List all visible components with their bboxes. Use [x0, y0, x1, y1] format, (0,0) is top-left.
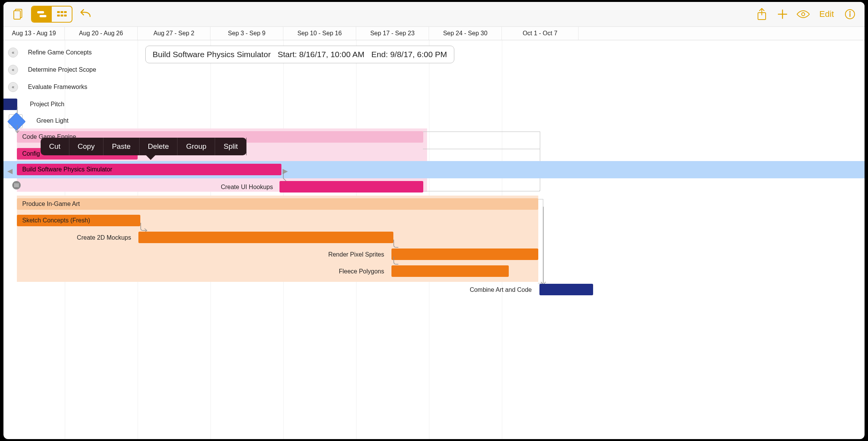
- svg-rect-4: [57, 11, 60, 13]
- dependency-arrow-icon: [539, 207, 548, 291]
- svg-rect-3: [39, 15, 46, 17]
- task-bar-hookups[interactable]: [279, 181, 423, 193]
- add-icon[interactable]: [775, 6, 790, 22]
- task-bar-sketch[interactable]: Sketch Concepts (Fresh): [17, 215, 140, 226]
- task-bar-mockups[interactable]: [138, 232, 393, 243]
- week-col: Aug 27 - Sep 2: [138, 27, 210, 40]
- svg-rect-1: [14, 11, 20, 19]
- info-end: End: 9/8/17, 6:00 PM: [372, 50, 447, 59]
- task-label: Create UI Hookups: [157, 178, 278, 196]
- view-gantt-icon[interactable]: [32, 7, 52, 22]
- eye-icon[interactable]: [796, 6, 811, 22]
- task-bar-simulator[interactable]: Build Software Physics Simulator: [17, 164, 281, 175]
- info-start: Start: 8/16/17, 10:00 AM: [278, 50, 364, 59]
- week-col: Sep 3 - Sep 9: [210, 27, 283, 40]
- collapse-chevron-icon[interactable]: «: [8, 65, 18, 75]
- menu-group[interactable]: Group: [178, 138, 215, 155]
- row-sketch[interactable]: Sketch Concepts (Fresh): [3, 212, 865, 229]
- app-window: Edit Aug 13 - Aug 19 Aug 20 - Aug 26 Aug…: [3, 2, 865, 439]
- collapse-chevron-icon[interactable]: «: [8, 82, 18, 92]
- svg-rect-5: [61, 11, 63, 13]
- dependency-arrow-icon: [15, 107, 26, 133]
- row-polygons[interactable]: Fleece Polygons: [3, 263, 865, 280]
- timeline-header: Aug 13 - Aug 19 Aug 20 - Aug 26 Aug 27 -…: [3, 27, 865, 40]
- week-col: Sep 17 - Sep 23: [356, 27, 429, 40]
- drag-left-icon[interactable]: ◀: [7, 167, 13, 175]
- row-greenlight[interactable]: Green Light: [3, 112, 865, 130]
- undo-icon[interactable]: [78, 6, 93, 22]
- edit-button[interactable]: Edit: [816, 9, 837, 19]
- svg-point-13: [850, 12, 851, 13]
- svg-rect-9: [64, 15, 67, 16]
- menu-paste[interactable]: Paste: [104, 138, 140, 155]
- info-icon[interactable]: [842, 6, 858, 22]
- svg-rect-2: [37, 11, 44, 13]
- row-mockups[interactable]: Create 2D Mockups: [3, 229, 865, 246]
- task-label: Refine Game Concepts: [23, 47, 92, 58]
- view-mode-segment[interactable]: [31, 6, 72, 23]
- week-col: Sep 24 - Sep 30: [429, 27, 502, 40]
- menu-cut[interactable]: Cut: [41, 138, 69, 155]
- collapse-chevron-icon[interactable]: «: [8, 48, 18, 58]
- svg-rect-6: [64, 11, 67, 13]
- menu-split[interactable]: Split: [215, 138, 247, 155]
- task-label: Create 2D Mockups: [49, 229, 136, 246]
- week-col: Aug 13 - Aug 19: [3, 27, 65, 40]
- task-label: Green Light: [31, 115, 69, 127]
- context-menu: Cut Copy Paste Delete Group Split: [41, 138, 247, 155]
- svg-rect-8: [61, 15, 63, 16]
- row-simulator[interactable]: ◀ Build Software Physics Simulator ▶: [3, 161, 865, 178]
- menu-delete[interactable]: Delete: [140, 138, 178, 155]
- menu-copy[interactable]: Copy: [69, 138, 104, 155]
- row-pitch[interactable]: Project Pitch: [3, 96, 865, 113]
- task-label: Fleece Polygons: [287, 263, 389, 280]
- row-art-group[interactable]: Produce In-Game Art: [3, 196, 865, 213]
- documents-icon[interactable]: [10, 6, 26, 22]
- share-icon[interactable]: [754, 6, 769, 22]
- info-title: Build Software Physics Simulator: [153, 50, 271, 59]
- task-label: Evaluate Frameworks: [23, 81, 87, 93]
- task-label: Sketch Concepts (Fresh): [22, 217, 90, 224]
- task-label: Combine Art and Code: [425, 281, 536, 298]
- task-bar-combine[interactable]: [539, 284, 593, 295]
- task-label: Project Pitch: [25, 99, 64, 110]
- task-info-popover: Build Software Physics Simulator Start: …: [145, 46, 454, 63]
- row-frameworks[interactable]: « Evaluate Frameworks: [3, 79, 865, 96]
- menu-tail-icon: [146, 155, 155, 160]
- row-sprites[interactable]: Render Pixel Sprites: [3, 246, 865, 263]
- row-scope[interactable]: « Determine Project Scope: [3, 61, 865, 79]
- task-label: Config: [22, 150, 40, 157]
- task-bar-sprites[interactable]: [391, 248, 538, 260]
- week-col: Oct 1 - Oct 7: [502, 27, 579, 40]
- row-hookups[interactable]: Create UI Hookups: [3, 178, 865, 196]
- task-label: Build Software Physics Simulator: [22, 166, 112, 173]
- gantt-chart[interactable]: « Refine Game Concepts « Determine Proje…: [3, 40, 865, 439]
- week-col: Sep 10 - Sep 16: [283, 27, 356, 40]
- toolbar: Edit: [3, 2, 865, 27]
- group-bar-art[interactable]: Produce In-Game Art: [17, 198, 538, 210]
- task-bar-polygons[interactable]: [391, 265, 509, 277]
- task-label: Determine Project Scope: [23, 64, 96, 76]
- view-grid-icon[interactable]: [52, 7, 72, 22]
- svg-rect-7: [57, 15, 60, 16]
- week-col: Aug 20 - Aug 26: [65, 27, 138, 40]
- task-label: Render Pixel Sprites: [287, 246, 389, 263]
- svg-point-11: [802, 13, 805, 16]
- group-label: Produce In-Game Art: [22, 201, 80, 207]
- row-combine[interactable]: Combine Art and Code: [3, 281, 865, 298]
